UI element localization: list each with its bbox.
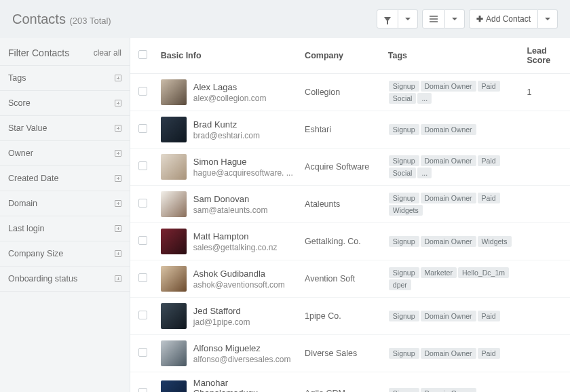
tag[interactable]: Paid	[478, 193, 500, 203]
row-checkbox[interactable]	[138, 124, 147, 133]
expand-icon	[115, 125, 121, 132]
table-row[interactable]: Manohar Chapalamadugumanohar@agilecrm.co…	[130, 372, 570, 393]
contact-tags: SignupDomain OwnerPaid	[383, 298, 522, 335]
add-contact-dropdown-button[interactable]	[538, 9, 558, 28]
tag[interactable]: Marketer	[421, 267, 457, 278]
contact-name: Alex Lagas	[193, 82, 267, 92]
contacts-table-container: Basic Info Company Tags Lead Score Alex …	[130, 38, 570, 392]
tag[interactable]: Domain Owner	[421, 155, 476, 166]
tag[interactable]: Signup	[389, 267, 419, 278]
table-row[interactable]: Alex Lagasalex@collegion.comCollegionSig…	[130, 74, 570, 111]
column-header-basic[interactable]: Basic Info	[155, 38, 299, 74]
tag[interactable]: Signup	[389, 348, 419, 359]
row-checkbox[interactable]	[138, 236, 147, 245]
tag[interactable]: Domain Owner	[421, 193, 476, 203]
row-checkbox[interactable]	[138, 273, 147, 282]
tag[interactable]: Paid	[478, 155, 500, 166]
column-header-score[interactable]: Lead Score	[521, 38, 570, 74]
clear-all-link[interactable]: clear all	[94, 48, 121, 58]
filter-sidebar: Filter Contacts clear all TagsScoreStar …	[0, 38, 130, 392]
avatar	[161, 117, 187, 142]
row-checkbox[interactable]	[138, 199, 147, 208]
contact-tags: SignupDomain OwnerPaid	[383, 335, 522, 372]
avatar	[161, 340, 187, 366]
tag[interactable]: ...	[417, 168, 432, 178]
tag[interactable]: Signup	[389, 388, 419, 392]
table-row[interactable]: Sam Donovansam@ataleunts.comAtaleuntsSig…	[130, 186, 570, 223]
view-button-group	[422, 9, 465, 28]
tag[interactable]: Hello_Dc_1m	[458, 267, 509, 278]
tag[interactable]: Signup	[389, 124, 419, 135]
filter-item-label: Score	[8, 98, 31, 108]
table-row[interactable]: Brad Kuntzbrad@eshtari.comEshtariSignupD…	[130, 111, 570, 149]
column-header-company[interactable]: Company	[299, 38, 383, 74]
tag[interactable]: Domain Owner	[421, 388, 476, 392]
column-header-tags[interactable]: Tags	[383, 38, 522, 74]
contact-lead-score	[521, 111, 570, 149]
tag[interactable]: Domain Owner	[421, 311, 476, 321]
contact-company: Collegion	[299, 74, 383, 111]
add-contact-button[interactable]: ✚ Add Contact	[469, 9, 538, 28]
filter-item-label: Tags	[8, 73, 26, 83]
tag[interactable]: Signup	[389, 81, 419, 92]
filter-item[interactable]: Created Date	[0, 165, 130, 191]
row-checkbox[interactable]	[138, 311, 147, 319]
tag[interactable]: Paid	[478, 81, 500, 92]
list-view-button[interactable]	[422, 9, 445, 28]
tag[interactable]: Signup	[389, 236, 419, 247]
contact-name: Jed Stafford	[193, 306, 250, 316]
tag[interactable]: Signup	[389, 311, 419, 321]
contact-company: Acquire Software	[299, 149, 383, 186]
table-row[interactable]: Matt Hamptonsales@gettalking.co.nzGettal…	[130, 223, 570, 260]
tag[interactable]: Paid	[478, 311, 500, 321]
filter-item[interactable]: Company Size	[0, 241, 130, 266]
tag[interactable]: Domain Owner	[421, 124, 476, 135]
table-row[interactable]: Alfonso Miguelezalfonso@diversesales.com…	[130, 335, 570, 372]
filter-dropdown-button[interactable]	[398, 9, 418, 28]
tag[interactable]: Widgets	[389, 205, 423, 216]
tag[interactable]: Domain Owner	[421, 236, 476, 247]
filter-item-label: Created Date	[8, 174, 58, 183]
filter-item-label: Onboarding status	[8, 274, 77, 283]
tag[interactable]: Domain Owner	[421, 81, 476, 92]
tag[interactable]: Domain Owner	[421, 348, 476, 359]
filter-item[interactable]: Onboarding status	[0, 266, 130, 292]
contact-email: alex@collegion.com	[193, 94, 267, 103]
select-all-checkbox[interactable]	[138, 50, 147, 59]
filter-item[interactable]: Star Value	[0, 115, 130, 140]
view-dropdown-button[interactable]	[445, 9, 465, 28]
expand-icon	[115, 275, 121, 282]
row-checkbox[interactable]	[138, 348, 147, 357]
filter-item[interactable]: Score	[0, 90, 130, 115]
table-row[interactable]: Jed Staffordjad@1pipe.com1pipe Co.Signup…	[130, 298, 570, 335]
list-icon	[430, 16, 438, 22]
tag[interactable]: dper	[389, 279, 411, 290]
tag[interactable]: Signup	[389, 193, 419, 203]
column-header-checkbox	[130, 38, 155, 74]
tag[interactable]: Signup	[389, 155, 419, 166]
expand-icon	[115, 75, 121, 81]
header-actions: ✚ Add Contact	[377, 9, 558, 28]
contact-lead-score	[521, 260, 570, 298]
table-row[interactable]: Ashok Gudibandlaashok@aventionsoft.comAv…	[130, 260, 570, 298]
row-checkbox[interactable]	[138, 388, 147, 392]
contact-lead-score	[521, 335, 570, 372]
tag[interactable]: ...	[417, 93, 432, 104]
filter-item[interactable]: Domain	[0, 191, 130, 216]
filter-item[interactable]: Tags	[0, 65, 130, 90]
row-checkbox[interactable]	[138, 161, 147, 170]
filter-item[interactable]: Last login	[0, 216, 130, 241]
tag[interactable]: Social	[389, 93, 417, 104]
tag[interactable]: Paid	[478, 348, 500, 359]
tag[interactable]: Social	[389, 168, 417, 178]
chevron-down-icon	[452, 18, 457, 20]
table-row[interactable]: Simon Haguehague@acquiresoftware. ...Acq…	[130, 149, 570, 186]
contact-company: 1pipe Co.	[299, 298, 383, 335]
filter-button[interactable]	[377, 9, 398, 28]
expand-icon	[115, 200, 121, 207]
tag[interactable]: Widgets	[478, 236, 512, 247]
filter-item[interactable]: Owner	[0, 140, 130, 165]
expand-icon	[115, 175, 121, 182]
row-checkbox[interactable]	[138, 87, 147, 96]
contact-tags: SignupDomain Owner	[383, 111, 522, 149]
